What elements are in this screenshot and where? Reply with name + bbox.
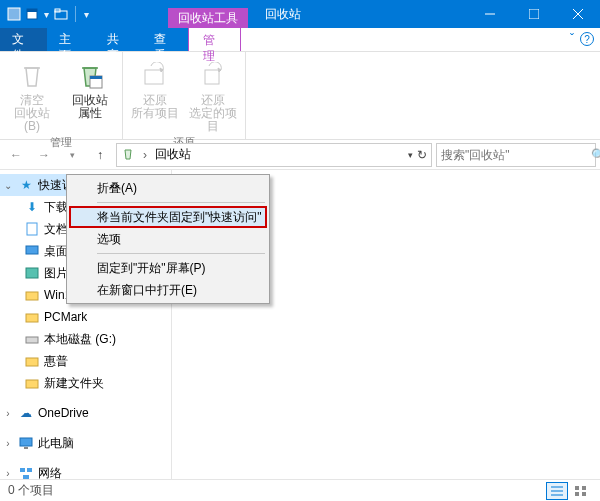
search-box[interactable]: 🔍: [436, 143, 596, 167]
ribbon: 清空 回收站(B) 回收站 属性 管理 还原 所有项目 还原 选定的项目 还原: [0, 52, 600, 140]
folder-icon: [24, 287, 40, 303]
svg-rect-22: [24, 447, 28, 449]
nav-up-button[interactable]: ↑: [88, 143, 112, 167]
maximize-button[interactable]: [512, 0, 556, 28]
menu-item-options[interactable]: 选项: [69, 228, 267, 250]
restore-all-icon: [139, 60, 171, 92]
tab-view[interactable]: 查看: [142, 27, 189, 51]
nav-onedrive[interactable]: ›☁OneDrive: [0, 402, 171, 424]
svg-rect-12: [205, 70, 219, 84]
tab-share[interactable]: 共享: [95, 27, 142, 51]
folder-icon: [24, 375, 40, 391]
nav-this-pc[interactable]: ›此电脑: [0, 432, 171, 454]
svg-rect-0: [8, 8, 20, 20]
empty-recycle-bin-button[interactable]: 清空 回收站(B): [8, 60, 56, 133]
svg-rect-21: [20, 438, 32, 446]
svg-rect-25: [23, 475, 29, 479]
folder-icon: [24, 353, 40, 369]
menu-item-new-window[interactable]: 在新窗口中打开(E): [69, 279, 267, 301]
recycle-bin-icon: [121, 147, 137, 163]
svg-rect-11: [145, 70, 163, 84]
menu-separator: [97, 202, 265, 203]
nav-back-button[interactable]: ←: [4, 143, 28, 167]
nav-item-folder[interactable]: PCMark: [0, 306, 171, 328]
menu-separator: [97, 253, 265, 254]
svg-rect-32: [582, 492, 586, 496]
star-icon: ★: [18, 177, 34, 193]
recycle-bin-props-icon: [74, 60, 106, 92]
folder-icon: [24, 309, 40, 325]
svg-rect-30: [582, 486, 586, 490]
chevron-right-icon[interactable]: ›: [2, 408, 14, 419]
address-path[interactable]: › 回收站 ▾↻: [116, 143, 432, 167]
context-menu: 折叠(A) 将当前文件夹固定到"快速访问" 选项 固定到"开始"屏幕(P) 在新…: [66, 174, 270, 304]
desktop-icon: [24, 243, 40, 259]
view-icons-button[interactable]: [570, 482, 592, 500]
svg-rect-10: [90, 76, 102, 79]
pictures-icon: [24, 265, 40, 281]
tab-file[interactable]: 文件: [0, 27, 47, 51]
chevron-right-icon[interactable]: ›: [2, 468, 14, 479]
svg-rect-13: [27, 223, 37, 235]
restore-selected-button[interactable]: 还原 选定的项目: [189, 60, 237, 133]
view-details-button[interactable]: [546, 482, 568, 500]
nav-recent-dropdown[interactable]: ▾: [60, 143, 84, 167]
svg-rect-17: [26, 314, 38, 322]
download-icon: ⬇: [24, 199, 40, 215]
menu-item-pin-start[interactable]: 固定到"开始"屏幕(P): [69, 257, 267, 279]
ribbon-group-restore: 还原 所有项目 还原 选定的项目 还原: [123, 52, 246, 139]
chevron-right-icon[interactable]: ›: [141, 148, 149, 162]
minimize-button[interactable]: [468, 0, 512, 28]
close-button[interactable]: [556, 0, 600, 28]
svg-rect-16: [26, 292, 38, 300]
chevron-down-icon[interactable]: ⌄: [2, 180, 14, 191]
svg-rect-14: [26, 246, 38, 254]
window-title: 回收站: [265, 0, 301, 28]
svg-rect-19: [26, 358, 38, 366]
restore-selected-icon: [197, 60, 229, 92]
chevron-right-icon[interactable]: ›: [2, 438, 14, 449]
recycle-bin-properties-button[interactable]: 回收站 属性: [66, 60, 114, 120]
address-bar: ← → ▾ ↑ › 回收站 ▾↻ 🔍: [0, 140, 600, 170]
tab-home[interactable]: 主页: [47, 27, 94, 51]
app-icon: [6, 6, 22, 22]
svg-rect-2: [27, 9, 37, 12]
tab-manage[interactable]: 管理: [188, 27, 241, 51]
svg-rect-6: [529, 9, 539, 19]
status-bar: 0 个项目: [0, 479, 600, 501]
svg-rect-31: [575, 492, 579, 496]
qat-customize-icon[interactable]: ▾: [82, 9, 91, 20]
drive-icon: [24, 331, 40, 347]
menu-item-pin-quick-access[interactable]: 将当前文件夹固定到"快速访问": [69, 206, 267, 228]
path-segment[interactable]: 回收站: [153, 146, 193, 163]
nav-forward-button[interactable]: →: [32, 143, 56, 167]
ribbon-group-manage: 清空 回收站(B) 回收站 属性 管理: [0, 52, 123, 139]
pc-icon: [18, 435, 34, 451]
cloud-icon: ☁: [18, 405, 34, 421]
document-icon: [24, 221, 40, 237]
nav-item-drive[interactable]: 本地磁盘 (G:): [0, 328, 171, 350]
nav-item-folder[interactable]: 新建文件夹: [0, 372, 171, 394]
context-tab-header: 回收站工具: [168, 8, 248, 28]
search-icon[interactable]: 🔍: [591, 148, 600, 162]
help-icon[interactable]: ?: [580, 32, 594, 46]
title-bar: ▾ ▾ 回收站工具 回收站: [0, 0, 600, 28]
status-item-count: 0 个项目: [8, 482, 54, 499]
restore-all-button[interactable]: 还原 所有项目: [131, 60, 179, 120]
quick-access-toolbar: ▾ ▾: [0, 6, 91, 22]
qat-dropdown-icon[interactable]: ▾: [42, 9, 51, 20]
qat-properties-icon[interactable]: [24, 6, 40, 22]
network-icon: [18, 465, 34, 479]
svg-rect-15: [26, 268, 38, 278]
recycle-bin-empty-icon: [16, 60, 48, 92]
search-input[interactable]: [441, 148, 591, 162]
svg-rect-24: [27, 468, 32, 472]
nav-network[interactable]: ›网络: [0, 462, 171, 479]
nav-item-folder[interactable]: 惠普: [0, 350, 171, 372]
qat-newfolder-icon[interactable]: [53, 6, 69, 22]
svg-rect-20: [26, 380, 38, 388]
menu-item-collapse[interactable]: 折叠(A): [69, 177, 267, 199]
refresh-dropdown[interactable]: ▾↻: [408, 148, 427, 162]
ribbon-collapse-icon[interactable]: ˇ: [570, 32, 580, 46]
svg-rect-29: [575, 486, 579, 490]
